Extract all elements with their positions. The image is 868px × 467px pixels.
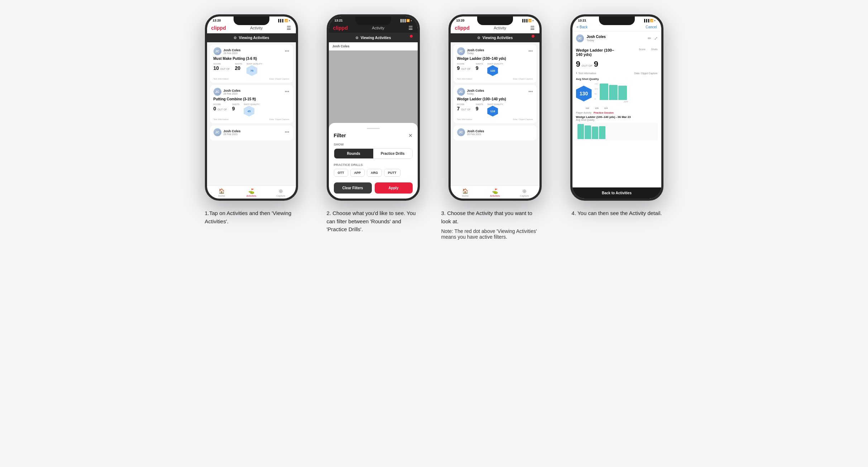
viewing-banner-3[interactable]: ⚙ Viewing Activities (451, 33, 539, 42)
drills-label-2: Practice Drills (334, 163, 413, 167)
nav-activities-1[interactable]: ⛳ Activities (236, 188, 266, 197)
shots-label-1-0: Shots (235, 63, 242, 65)
user-date-3-2: 28 Feb 2023 (467, 133, 484, 135)
user-date-3-0: Today (467, 52, 484, 54)
nav-capture-1[interactable]: ⊕ Capture (266, 188, 296, 197)
header-menu-1[interactable]: ☰ (287, 25, 291, 31)
tag-app-2[interactable]: APP (350, 169, 365, 177)
card-header-3-1: JC Josh Coles Today ••• (457, 88, 533, 96)
more-dots-3-0[interactable]: ••• (528, 49, 533, 54)
more-dots-1-0[interactable]: ••• (285, 49, 289, 54)
phone-notch-4 (599, 16, 635, 25)
cancel-button-4[interactable]: Cancel (646, 25, 657, 29)
user-name-1-0: Josh Coles (224, 48, 241, 52)
filter-close-2[interactable]: ✕ (408, 133, 413, 138)
phone-notch-3 (477, 16, 513, 25)
stats-row-1-1: Score 0 OUT OF Shots 9 (214, 103, 289, 116)
viewing-banner-2[interactable]: ⚙ Viewing Activities (329, 33, 418, 42)
score-labels-4: Score Shots (639, 48, 657, 51)
card-footer-3-0: Test Information Data: Clippd Capture (457, 78, 533, 80)
quality-badge-3-0: 130 (487, 65, 498, 76)
card-footer-1-0: Test Information Data: Clippd Capture (214, 78, 289, 80)
toggle-practice-2[interactable]: Practice Drills (373, 149, 412, 158)
activity-card-1-1[interactable]: JC Josh Coles 28 Feb 2023 ••• Putting Co… (210, 85, 293, 123)
card-user-info-1-2: JC Josh Coles 28 Feb 2023 (214, 128, 241, 136)
drill-name-4: Wedge Ladder (100–140 yds) (576, 48, 619, 57)
edit-icon-4[interactable]: ✏ (648, 36, 651, 41)
toggle-rounds-2[interactable]: Rounds (334, 149, 373, 158)
quality-chart-4: 140 100 50 0 APP (595, 83, 658, 104)
score-value-4: 9 (576, 59, 580, 69)
chart-bar-1 (600, 84, 608, 100)
nav-home-1[interactable]: 🏠 Home (207, 188, 237, 197)
viewing-banner-1[interactable]: ⚙ Viewing Activities (207, 33, 296, 42)
filter-handle-2 (367, 128, 380, 129)
filter-actions-2: Clear Filters Apply (334, 182, 413, 194)
show-label-2: Show (334, 143, 413, 146)
user-name-3-1: Josh Coles (467, 89, 484, 92)
drill-title-3-0: Wedge Ladder (100–140 yds) (457, 57, 533, 61)
card-user-info-3-2: JC Josh Coles 28 Feb 2023 (457, 128, 484, 136)
mini-bar-4 (599, 126, 605, 139)
activity-card-3-0[interactable]: JC Josh Coles Today ••• Wedge Ladder (10… (454, 44, 537, 83)
header-menu-3[interactable]: ☰ (530, 25, 535, 31)
red-dot-2 (410, 35, 413, 38)
filter-icon-3: ⚙ (477, 36, 480, 40)
drill-title-3-1: Wedge Ladder (100–140 yds) (457, 97, 533, 101)
nav-activities-label-3: Activities (490, 195, 500, 197)
nav-capture-3[interactable]: ⊕ Capture (510, 188, 539, 197)
screen-4: 13:21 ▐▐▐ 📶 ▪ < Back Cancel JC Jos (572, 16, 661, 199)
card-header-1-1: JC Josh Coles 28 Feb 2023 ••• (214, 88, 289, 96)
avatar-1-0: JC (214, 47, 221, 55)
step-2-col: 13:21 ▐▐▐ 📶 ▪ clippd Activity ☰ ⚙ Viewin… (320, 14, 427, 234)
more-dots-1-2[interactable]: ••• (285, 130, 289, 135)
card-footer-1-1: Test Information Data: Clippd Capture (214, 118, 289, 120)
tag-arg-2[interactable]: ARG (367, 169, 382, 177)
back-to-activities-button-4[interactable]: Back to Activities (572, 187, 661, 199)
screen-2: 13:21 ▐▐▐ 📶 ▪ clippd Activity ☰ ⚙ Viewin… (329, 16, 418, 199)
status-time-2: 13:21 (335, 19, 343, 22)
activity-list-3: JC Josh Coles Today ••• Wedge Ladder (10… (451, 42, 539, 186)
header-menu-2[interactable]: ☰ (408, 25, 413, 31)
user-date-3-1: Today (467, 92, 484, 95)
home-icon-1: 🏠 (219, 188, 225, 194)
filter-title-2: Filter (334, 133, 346, 138)
outof-4: OUT OF (582, 64, 593, 67)
logo-1: clippd (211, 25, 226, 31)
score-val-1-0: 10 (214, 65, 219, 71)
avg-quality-label-4: Avg Shot Quality (576, 77, 658, 81)
user-name-3-2: Josh Coles (467, 129, 484, 133)
activity-link-4[interactable]: Wedge Ladder (100–140 yds) - 06 Mar 23 A… (576, 115, 658, 121)
chart-bar-3 (618, 86, 627, 100)
logo-2: clippd (333, 25, 348, 31)
nav-activities-3[interactable]: ⛳ Activities (480, 188, 510, 197)
phone-3: 13:20 ▐▐▐ 📶 ▪ clippd Activity ☰ ⚙ Viewin… (449, 14, 542, 201)
expand-icon-4[interactable]: ⤢ (654, 36, 658, 41)
nav-home-3[interactable]: 🏠 Home (451, 188, 480, 197)
filter-tags-2: OTT APP ARG PUTT (334, 169, 413, 177)
caption-3: 3. Choose the Activity that you want to … (441, 209, 549, 240)
user-date-1-2: 28 Feb 2023 (224, 133, 241, 135)
user-date-1-0: 28 Feb 2023 (224, 52, 241, 54)
nav-home-label-3: Home (462, 195, 469, 197)
back-button-4[interactable]: < Back (577, 25, 588, 29)
apply-button-2[interactable]: Apply (375, 182, 413, 194)
filter-sheet-2: Filter ✕ Show Rounds Practice Drills Pra… (329, 123, 418, 199)
activity-list-1: JC Josh Coles 28 Feb 2023 ••• Must Make … (207, 42, 296, 186)
bottom-nav-3: 🏠 Home ⛳ Activities ⊕ Capture (451, 186, 539, 199)
nav-home-label-1: Home (218, 195, 225, 197)
tag-ott-2[interactable]: OTT (334, 169, 348, 177)
tag-putt-2[interactable]: PUTT (384, 169, 401, 177)
step-1-col: 13:20 ▐▐▐ 📶 ▪ clippd Activity ☰ ⚙ Vie (198, 14, 305, 225)
status-icons-3: ▐▐▐ 📶 ▪ (521, 19, 533, 22)
more-dots-3-1[interactable]: ••• (528, 89, 533, 94)
clear-filters-button-2[interactable]: Clear Filters (334, 182, 372, 194)
step-3-col: 13:20 ▐▐▐ 📶 ▪ clippd Activity ☰ ⚙ Viewin… (441, 14, 549, 240)
scores-row-4: 9 OUT OF 9 (576, 59, 658, 69)
status-time-1: 13:20 (213, 19, 221, 22)
activity-card-1-0[interactable]: JC Josh Coles 28 Feb 2023 ••• Must Make … (210, 44, 293, 83)
activity-card-3-1[interactable]: JC Josh Coles Today ••• Wedge Ladder (10… (454, 85, 537, 123)
partial-user-2: Josh Coles (329, 42, 418, 51)
filter-icon-1: ⚙ (234, 36, 237, 40)
more-dots-1-1[interactable]: ••• (285, 89, 289, 94)
